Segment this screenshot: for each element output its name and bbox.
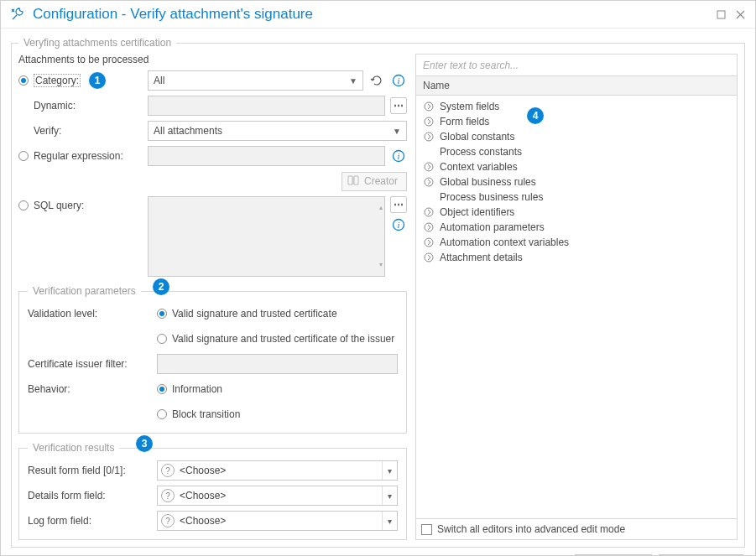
svg-point-17 xyxy=(425,253,433,262)
refresh-icon[interactable] xyxy=(368,72,385,89)
category-radio[interactable] xyxy=(18,75,29,86)
tree-item[interactable]: Attachment details xyxy=(420,250,733,265)
svg-text:i: i xyxy=(397,75,399,86)
badge-1: 1 xyxy=(89,72,106,89)
tree-item-label: Form fields xyxy=(440,116,489,127)
ellipsis-icon[interactable]: ⋯ xyxy=(390,196,407,213)
dynamic-label: Dynamic: xyxy=(34,100,76,112)
verification-params-legend: Verification parameters xyxy=(28,285,141,297)
regex-radio[interactable] xyxy=(18,151,29,161)
tree-item[interactable]: Context variables xyxy=(420,159,733,174)
attachments-section: Attachments to be processed Category: 1 … xyxy=(18,54,407,277)
sql-radio[interactable] xyxy=(18,200,29,210)
window-title: Configuration - Verify attachment's sign… xyxy=(33,6,313,23)
cert-filter-input xyxy=(157,354,398,374)
save-button[interactable]: Save xyxy=(575,554,652,555)
search-input[interactable]: Enter text to search... xyxy=(416,55,737,76)
question-icon: ? xyxy=(161,464,175,477)
info-icon[interactable]: i xyxy=(390,148,407,164)
tree-list: 4 System fieldsForm fieldsGlobal constan… xyxy=(416,96,737,518)
svg-point-14 xyxy=(425,208,433,216)
right-column: Enter text to search... Name 4 System fi… xyxy=(415,54,738,540)
svg-text:i: i xyxy=(397,220,399,230)
tree-item[interactable]: Global constants xyxy=(420,129,733,144)
close-icon[interactable] xyxy=(734,8,747,21)
badge-3: 3 xyxy=(136,435,153,452)
category-label: Category: xyxy=(34,74,81,87)
tree-item[interactable]: Automation context variables xyxy=(420,235,733,250)
validation-label: Validation level: xyxy=(28,308,97,320)
resize-up-handle[interactable]: ▴ xyxy=(378,199,384,217)
behavior-radio-info[interactable] xyxy=(157,384,167,394)
main-legend: Veryfing attachments certification xyxy=(18,37,176,49)
details-field-select[interactable]: ? <Choose> ▾ xyxy=(157,486,398,506)
info-icon[interactable]: i xyxy=(390,216,407,233)
tree-item-label: System fields xyxy=(440,101,499,112)
svg-point-7 xyxy=(425,102,433,111)
verify-value: All attachments xyxy=(154,125,222,137)
result-field-select[interactable]: ? <Choose> ▾ xyxy=(157,460,398,481)
chevron-down-icon: ▼ xyxy=(349,76,357,86)
tree-item-label: Automation parameters xyxy=(440,221,545,233)
sql-textarea: ▴ ▾ xyxy=(148,196,385,277)
tree-item-label: Attachment details xyxy=(440,252,523,263)
tree-item[interactable]: Form fields xyxy=(420,114,733,129)
chevron-down-icon: ▾ xyxy=(382,512,397,530)
tree-item[interactable]: Object identifiers xyxy=(420,205,733,220)
button-bar: Save Cancel xyxy=(11,554,745,555)
tree-item[interactable]: System fields xyxy=(420,99,733,114)
sql-label: SQL query: xyxy=(34,200,84,211)
tree-item[interactable]: Automation parameters xyxy=(420,220,733,235)
expand-arrow-icon[interactable] xyxy=(423,176,435,188)
question-icon: ? xyxy=(161,489,175,502)
tree-item[interactable]: Process business rules xyxy=(420,190,733,205)
expand-arrow-icon[interactable] xyxy=(423,236,435,248)
expand-arrow-icon[interactable] xyxy=(423,206,435,218)
result-field-label: Result form field [0/1]: xyxy=(28,465,126,476)
ellipsis-icon[interactable]: ⋯ xyxy=(390,97,407,114)
info-icon[interactable]: i xyxy=(390,72,407,89)
tree-item[interactable]: Global business rules xyxy=(420,174,733,190)
tree-item[interactable]: Process constants xyxy=(420,144,733,159)
chevron-down-icon: ▾ xyxy=(382,461,397,480)
regex-label: Regular expression: xyxy=(34,150,123,162)
tree-item-label: Context variables xyxy=(440,161,518,173)
category-value: All xyxy=(154,75,164,86)
expand-arrow-icon[interactable] xyxy=(423,221,435,233)
question-icon: ? xyxy=(161,514,175,527)
creator-label: Creator xyxy=(364,175,398,187)
svg-point-8 xyxy=(425,117,433,126)
main-fieldset: Veryfing attachments certification Attac… xyxy=(11,37,745,548)
expand-arrow-icon[interactable] xyxy=(423,161,435,173)
advanced-mode-checkbox[interactable] xyxy=(421,524,432,535)
expand-arrow-icon[interactable] xyxy=(423,252,435,263)
behavior-opt-info: Information xyxy=(172,383,222,395)
behavior-radio-block[interactable] xyxy=(157,409,167,419)
log-field-label: Log form field: xyxy=(28,515,91,527)
svg-point-9 xyxy=(425,133,433,141)
svg-text:i: i xyxy=(397,151,399,161)
expand-arrow-icon[interactable] xyxy=(423,131,435,143)
details-field-label: Details form field: xyxy=(28,490,106,501)
verify-dropdown[interactable]: All attachments ▼ xyxy=(148,121,407,141)
log-field-select[interactable]: ? <Choose> ▾ xyxy=(157,511,398,531)
chevron-down-icon: ▾ xyxy=(382,486,397,505)
maximize-icon[interactable] xyxy=(715,8,727,21)
validation-opt-issuer: Valid signature and trusted certificate … xyxy=(172,333,394,345)
cancel-button[interactable]: Cancel xyxy=(659,554,743,555)
tree-header: Name xyxy=(416,76,737,96)
advanced-mode-label: Switch all editors into advanced edit mo… xyxy=(437,523,625,535)
titlebar: Configuration - Verify attachment's sign… xyxy=(1,1,755,29)
expand-arrow-icon[interactable] xyxy=(423,116,435,127)
tree-item-label: Global constants xyxy=(440,131,514,143)
tree-item-label: Automation context variables xyxy=(440,236,569,248)
expand-arrow-icon[interactable] xyxy=(423,101,435,112)
left-column: Attachments to be processed Category: 1 … xyxy=(18,54,407,540)
validation-radio-issuer[interactable] xyxy=(157,334,167,344)
category-dropdown[interactable]: All ▼ xyxy=(148,70,363,91)
verify-label: Verify: xyxy=(34,125,61,137)
resize-down-handle[interactable]: ▾ xyxy=(378,256,384,274)
svg-point-12 xyxy=(425,178,433,186)
validation-radio-trusted[interactable] xyxy=(157,309,167,319)
cert-filter-label: Certificate issuer filter: xyxy=(28,358,128,370)
